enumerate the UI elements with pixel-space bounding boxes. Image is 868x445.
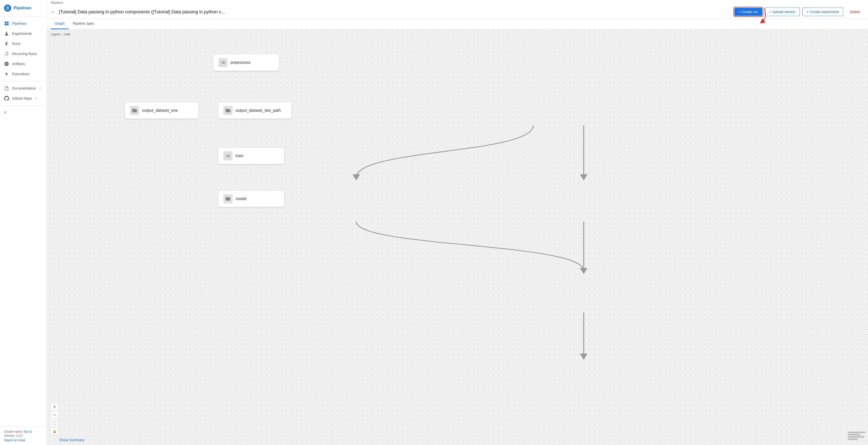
output-dataset-one-label: output_dataset_one: [142, 108, 178, 113]
sidebar-item-runs[interactable]: Runs: [0, 39, 46, 49]
create-run-button[interactable]: + Create run: [735, 8, 762, 16]
train-label: train: [236, 153, 243, 158]
sidebar-item-experiments[interactable]: Experiments: [0, 29, 46, 39]
sidebar-bottom: Cluster name: kfp-v2 Version: 2.0.0 Repo…: [0, 426, 46, 445]
experiment-icon: [4, 31, 9, 36]
execution-icon: [4, 71, 9, 76]
zoom-out-button[interactable]: −: [51, 411, 58, 419]
breadcrumb: Pipelines: [47, 0, 868, 5]
zoom-in-button[interactable]: +: [51, 403, 58, 411]
header-actions: + Create run + Upload version + Create e…: [735, 7, 864, 16]
train-icon: [223, 151, 232, 161]
report-issue-link[interactable]: Report an Issue: [4, 439, 42, 442]
graph-connections-svg: [47, 29, 868, 445]
layers-label: Layers: [51, 32, 61, 36]
output-dataset-one-icon: [130, 106, 139, 115]
pipeline-icon: [4, 21, 9, 26]
create-experiment-button[interactable]: + Create experiment: [802, 7, 843, 16]
sidebar: Pipelines Pipelines Experiments Runs: [0, 0, 47, 445]
sidebar-label-pipelines: Pipelines: [12, 22, 27, 26]
minimap-bar-4: [848, 439, 858, 440]
layers-separator: |: [62, 32, 63, 36]
sidebar-item-github[interactable]: Github Repo ↗: [0, 93, 46, 103]
sidebar-nav: Pipelines Experiments Runs Recurring Run…: [0, 16, 46, 426]
sidebar-logo[interactable]: Pipelines: [0, 0, 46, 16]
back-button[interactable]: ←: [51, 9, 56, 15]
sidebar-label-experiments: Experiments: [12, 32, 32, 36]
tabs-bar: Graph Pipeline Spec: [47, 19, 868, 29]
recurring-icon: [4, 51, 9, 56]
run-icon: [4, 41, 9, 46]
node-output-dataset-one[interactable]: output_dataset_one: [125, 102, 198, 118]
sidebar-item-documentation[interactable]: Documentation ↗: [0, 83, 46, 93]
sidebar-divider-2: [0, 105, 46, 106]
page-title: [Tutorial] Data passing in python compon…: [59, 9, 732, 14]
sidebar-logo-text: Pipelines: [13, 6, 31, 10]
layers-root: root: [64, 32, 70, 36]
tab-pipeline-spec[interactable]: Pipeline Spec: [69, 19, 98, 29]
sidebar-label-runs: Runs: [12, 42, 21, 46]
graph-canvas[interactable]: Layers | root: [47, 29, 868, 445]
preprocess-icon: [218, 58, 227, 67]
main-content: Pipelines ← [Tutorial] Data passing in p…: [47, 0, 868, 445]
external-link-icon-docs: ↗: [39, 87, 41, 90]
sidebar-label-artifacts: Artifacts: [12, 62, 25, 66]
model-label: model: [236, 197, 247, 201]
fullscreen-button[interactable]: ⛶: [51, 419, 58, 427]
output-dataset-two-label: output_dataset_two_path: [236, 108, 281, 113]
lock-button[interactable]: 🔒: [51, 427, 58, 435]
sidebar-item-executions[interactable]: Executions: [0, 69, 46, 79]
collapse-icon: <: [4, 110, 7, 115]
cluster-label-text: Cluster name:: [4, 430, 23, 434]
node-model[interactable]: model: [218, 191, 284, 207]
upload-version-button[interactable]: + Upload version: [765, 7, 800, 16]
sidebar-collapse-button[interactable]: <: [0, 108, 46, 117]
cluster-name-label: Cluster name: kfp-v2: [4, 430, 42, 434]
node-preprocess[interactable]: preprocess: [213, 55, 279, 71]
node-train[interactable]: train: [218, 148, 284, 164]
github-icon: [4, 96, 9, 101]
show-summary-button[interactable]: Show Summary: [59, 438, 84, 442]
minimap: [848, 432, 866, 440]
external-link-icon-github: ↗: [35, 97, 37, 100]
tab-graph[interactable]: Graph: [51, 19, 69, 29]
output-dataset-two-icon: [223, 106, 232, 115]
preprocess-label: preprocess: [230, 60, 250, 65]
sidebar-label-documentation: Documentation: [12, 86, 36, 90]
sidebar-item-recurring-runs[interactable]: Recurring Runs: [0, 49, 46, 59]
artifact-icon: [4, 61, 9, 66]
zoom-controls: + − ⛶ 🔒: [51, 403, 58, 435]
minimap-bar-3: [848, 436, 864, 438]
version-label: Version: 2.0.0: [4, 434, 42, 438]
sidebar-label-recurring-runs: Recurring Runs: [12, 52, 37, 56]
minimap-bar-2: [848, 434, 861, 436]
model-icon: [223, 194, 232, 203]
sidebar-item-pipelines[interactable]: Pipelines: [0, 19, 46, 29]
cluster-value-link[interactable]: kfp-v2: [24, 430, 32, 434]
sidebar-label-github: Github Repo: [12, 96, 32, 100]
page-header: ← [Tutorial] Data passing in python comp…: [47, 5, 868, 19]
sidebar-label-executions: Executions: [12, 72, 29, 76]
node-output-dataset-two-path[interactable]: output_dataset_two_path: [218, 102, 291, 118]
doc-icon: [4, 86, 9, 91]
delete-button[interactable]: Delete: [846, 8, 864, 16]
minimap-bar-1: [848, 432, 866, 433]
layers-bar: Layers | root: [51, 32, 70, 36]
pipeline-logo-icon: [4, 4, 11, 11]
sidebar-item-artifacts[interactable]: Artifacts: [0, 59, 46, 69]
